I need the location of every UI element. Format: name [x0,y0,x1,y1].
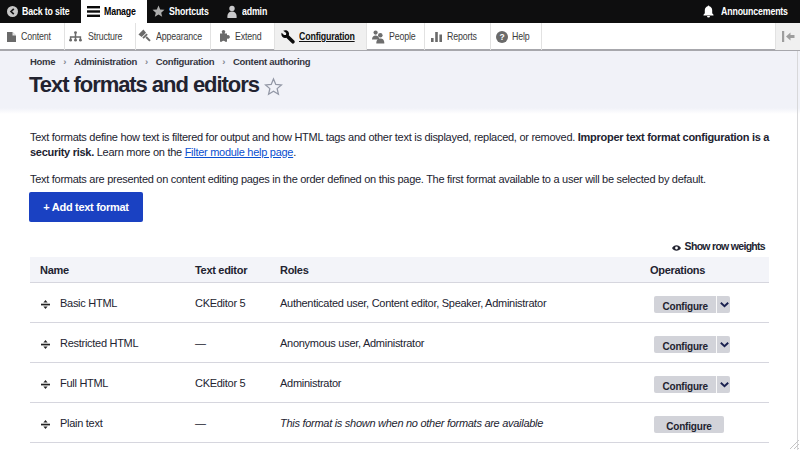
svg-text:?: ? [499,32,504,42]
